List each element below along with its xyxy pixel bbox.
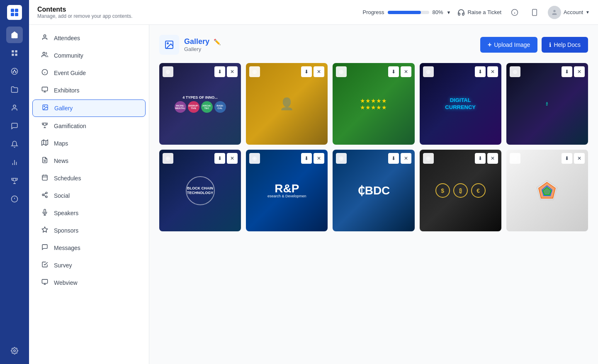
download-btn-6[interactable]: ⬇	[214, 153, 225, 164]
download-btn-3[interactable]: ⬇	[388, 66, 399, 77]
sidebar-item-sponsors[interactable]: Sponsors	[32, 222, 146, 239]
sidebar-item-community[interactable]: Community	[32, 47, 146, 64]
info-icon-button[interactable]	[508, 6, 521, 19]
rail-icon-grid[interactable]	[6, 45, 23, 61]
sidebar-item-schedules[interactable]: Schedules	[32, 170, 146, 187]
drag-handle-3[interactable]: ⊕	[336, 66, 347, 77]
rail-icon-chat[interactable]	[6, 118, 23, 134]
progress-bar-fill	[388, 11, 421, 14]
drag-handle-10[interactable]: ⊕	[510, 153, 520, 164]
image-card-10[interactable]: ⊕ ⬇ ✕	[506, 150, 588, 231]
sidebar-label-social: Social	[54, 192, 70, 199]
remove-btn-5[interactable]: ✕	[574, 66, 585, 77]
progress-bar-wrap	[388, 11, 429, 14]
sidebar-item-news[interactable]: News	[32, 153, 146, 169]
rail-icon-bell[interactable]	[6, 136, 23, 153]
remove-btn-1[interactable]: ✕	[227, 66, 238, 77]
sidebar-label-sponsors: Sponsors	[54, 227, 78, 234]
rail-icon-home[interactable]	[6, 27, 23, 43]
survey-icon	[41, 261, 49, 269]
download-btn-8[interactable]: ⬇	[388, 153, 399, 164]
upload-image-label: Upload Image	[494, 41, 530, 48]
sidebar-label-community: Community	[54, 52, 83, 59]
sidebar-item-speakers[interactable]: Speakers	[32, 205, 146, 221]
sidebar-item-attendees[interactable]: Attendees	[32, 30, 146, 46]
download-btn-7[interactable]: ⬇	[301, 153, 312, 164]
rail-icon-message[interactable]	[6, 191, 23, 207]
image-card-7[interactable]: R&P esearch & Developmen ⊕ ⬇ ✕	[246, 150, 328, 231]
image-card-2[interactable]: 👤 ⊕ ⬇ ✕	[246, 63, 328, 145]
remove-btn-2[interactable]: ✕	[314, 66, 324, 77]
rail-icon-person[interactable]	[6, 99, 23, 116]
sidebar-item-gallery[interactable]: Gallery	[32, 99, 146, 117]
drag-handle-5[interactable]: ⊕	[510, 66, 520, 77]
sidebar-label-gallery: Gallery	[54, 105, 73, 112]
rail-icon-palette[interactable]	[6, 63, 23, 80]
remove-btn-9[interactable]: ✕	[487, 153, 498, 164]
download-btn-5[interactable]: ⬇	[562, 66, 572, 77]
progress-chevron[interactable]: ▼	[447, 10, 451, 15]
sidebar-label-attendees: Attendees	[54, 35, 80, 41]
header: Contents Manage, add or remove your app …	[29, 0, 598, 25]
rail-icon-settings[interactable]	[6, 342, 23, 359]
remove-btn-8[interactable]: ✕	[401, 153, 411, 164]
remove-btn-10[interactable]: ✕	[574, 153, 585, 164]
drag-handle-9[interactable]: ⊕	[423, 153, 434, 164]
download-btn-9[interactable]: ⬇	[475, 153, 486, 164]
drag-handle-1[interactable]: ⊕	[163, 66, 173, 77]
upload-image-button[interactable]: + Upload Image	[480, 37, 538, 53]
svg-marker-38	[42, 140, 48, 145]
download-btn-1[interactable]: ⬇	[214, 66, 225, 77]
sidebar-item-webview[interactable]: Webview	[32, 274, 146, 291]
rail-icon-chart[interactable]	[6, 154, 23, 171]
mobile-preview-icon-button[interactable]	[528, 6, 541, 19]
sidebar-item-event-guide[interactable]: Event Guide	[32, 65, 146, 81]
sidebar-item-social[interactable]: Social	[32, 187, 146, 204]
image-card-1[interactable]: 4 TYPES OF INNO... INCRE-MENTAL DISRUP-T…	[159, 63, 241, 145]
download-btn-4[interactable]: ⬇	[475, 66, 486, 77]
sidebar-item-survey[interactable]: Survey	[32, 257, 146, 274]
raise-ticket-button[interactable]: Raise a Ticket	[457, 9, 501, 16]
drag-handle-2[interactable]: ⊕	[249, 66, 260, 77]
remove-btn-7[interactable]: ✕	[314, 153, 324, 164]
remove-btn-3[interactable]: ✕	[401, 66, 411, 77]
content-area: Attendees Community Event Guide Exhibito…	[29, 25, 598, 364]
remove-btn-6[interactable]: ✕	[227, 153, 238, 164]
schedules-icon	[41, 174, 49, 182]
sidebar-item-gamification[interactable]: Gamification	[32, 118, 146, 134]
card-overlay-10: ⊕ ⬇ ✕	[506, 150, 588, 231]
image-card-8[interactable]: ₵BDC ⊕ ⬇ ✕	[333, 150, 414, 231]
svg-rect-2	[11, 13, 14, 16]
download-btn-2[interactable]: ⬇	[301, 66, 312, 77]
drag-handle-7[interactable]: ⊕	[249, 153, 260, 164]
sidebar-item-exhibitors[interactable]: Exhibitors	[32, 82, 146, 99]
image-card-3[interactable]: ★★★★★ ★★★★★ ⊕ ⬇ ✕	[333, 63, 414, 145]
progress-label: Progress	[363, 9, 384, 15]
help-docs-button[interactable]: ℹ Help Docs	[542, 37, 588, 53]
drag-handle-4[interactable]: ⊕	[423, 66, 434, 77]
card-overlay-3: ⊕ ⬇ ✕	[333, 63, 414, 145]
rail-icon-folder[interactable]	[6, 81, 23, 98]
drag-handle-8[interactable]: ⊕	[336, 153, 347, 164]
attendees-icon	[41, 34, 49, 42]
edit-title-icon[interactable]: ✏️	[214, 39, 221, 45]
plus-icon: +	[488, 41, 491, 49]
image-card-4[interactable]: DIGITALCURRENCY ⊕ ⬇ ✕	[420, 63, 501, 145]
image-card-6[interactable]: BLOCK CHAINTECHNOLOGY ⊕ ⬇ ✕	[159, 150, 241, 231]
sidebar-item-maps[interactable]: Maps	[32, 135, 146, 152]
svg-point-49	[46, 196, 47, 198]
gallery-actions: + Upload Image ℹ Help Docs	[480, 37, 588, 53]
download-btn-10[interactable]: ⬇	[562, 153, 572, 164]
image-card-5[interactable]: ₿ ⊕ ⬇ ✕	[506, 63, 588, 145]
gallery-title-section: Gallery ✏️ Gallery	[159, 35, 221, 55]
account-button[interactable]: Account ▼	[548, 6, 590, 19]
sidebar-label-survey: Survey	[54, 262, 72, 269]
sidebar-label-news: News	[54, 158, 68, 164]
sidebar-item-messages[interactable]: Messages	[32, 240, 146, 256]
rail-icon-trophy[interactable]	[6, 172, 23, 189]
app-logo[interactable]	[7, 5, 22, 20]
remove-btn-4[interactable]: ✕	[487, 66, 498, 77]
gallery-section-icon	[159, 35, 179, 55]
image-card-9[interactable]: $ ₿ € ⊕ ⬇ ✕	[420, 150, 501, 231]
drag-handle-6[interactable]: ⊕	[163, 153, 173, 164]
